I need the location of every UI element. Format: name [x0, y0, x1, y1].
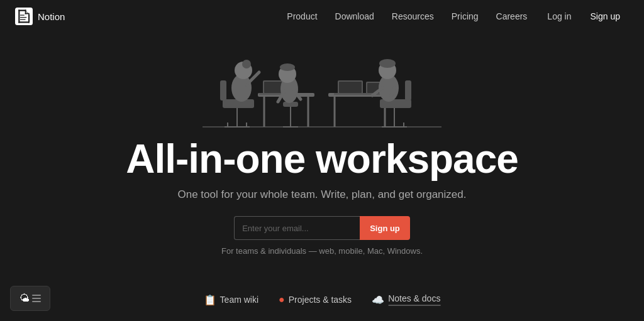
projects-label: Projects & tasks [289, 295, 352, 305]
email-input[interactable] [234, 216, 360, 240]
nav-resources[interactable]: Resources [384, 8, 441, 25]
feature-team-wiki[interactable]: 📋 Team wiki [204, 294, 258, 306]
menu-lines-icon [32, 295, 41, 302]
hero-title: All-in-one workspace [102, 137, 542, 181]
svg-point-20 [242, 60, 251, 68]
nav-careers[interactable]: Careers [489, 8, 535, 25]
feature-tags: 📋 Team wiki ● Projects & tasks ☁️ Notes … [204, 293, 441, 306]
logo[interactable]: Notion [15, 8, 65, 25]
svg-rect-6 [25, 13, 30, 14]
svg-rect-4 [28, 14, 30, 23]
team-wiki-label: Team wiki [220, 295, 258, 305]
svg-point-32 [280, 63, 295, 71]
svg-rect-40 [334, 93, 367, 95]
nav-auth: Log in Sign up [540, 8, 629, 25]
logo-text: Notion [38, 11, 65, 22]
svg-rect-8 [20, 17, 27, 18]
signup-button[interactable]: Sign up [360, 216, 410, 240]
notes-icon: ☁️ [372, 294, 384, 306]
nav-product[interactable]: Product [279, 8, 325, 25]
team-wiki-icon: 📋 [204, 294, 216, 306]
svg-rect-2 [18, 10, 19, 23]
login-button[interactable]: Log in [540, 8, 579, 25]
projects-icon: ● [279, 294, 285, 305]
notes-label: Notes & docs [388, 293, 440, 306]
hero-form: Sign up [102, 216, 542, 240]
svg-rect-3 [18, 22, 30, 23]
theme-toggle-widget[interactable]: 🌤 [10, 286, 50, 311]
svg-rect-16 [220, 80, 226, 101]
hero-note: For teams & individuals — web, mobile, M… [102, 246, 542, 256]
svg-rect-1 [18, 10, 26, 11]
notion-logo-icon [15, 8, 33, 25]
hero-illustration [177, 25, 467, 135]
signup-nav-button[interactable]: Sign up [582, 8, 629, 25]
svg-rect-39 [339, 82, 362, 93]
svg-rect-7 [20, 14, 25, 15]
hero-content: All-in-one workspace One tool for your w… [102, 137, 542, 256]
feature-notes[interactable]: ☁️ Notes & docs [372, 293, 440, 306]
nav-download[interactable]: Download [328, 8, 382, 25]
people-illustration [177, 25, 467, 135]
nav-pricing[interactable]: Pricing [444, 8, 486, 25]
svg-rect-49 [405, 80, 411, 101]
nav-links: Product Download Resources Pricing Caree… [279, 8, 535, 25]
feature-projects[interactable]: ● Projects & tasks [279, 294, 352, 305]
navbar: Notion Product Download Resources Pricin… [0, 0, 644, 33]
sun-icon: 🌤 [19, 293, 30, 304]
svg-point-54 [379, 59, 396, 68]
svg-rect-9 [20, 19, 26, 19]
hero-subtitle: One tool for your whole team. Write, pla… [102, 188, 542, 201]
